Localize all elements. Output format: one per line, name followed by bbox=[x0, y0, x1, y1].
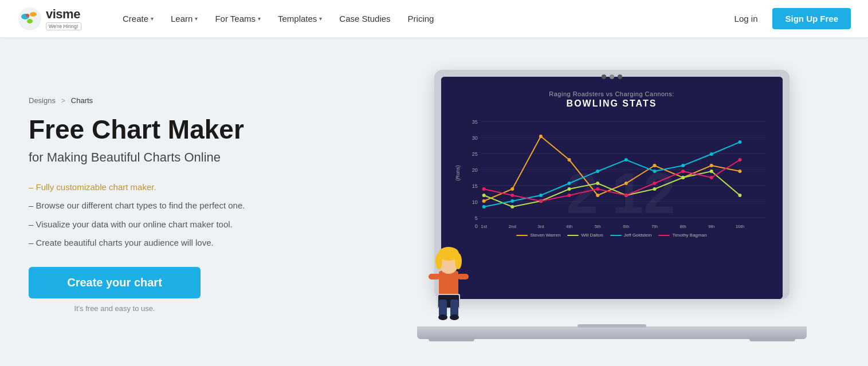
svg-text:5: 5 bbox=[474, 215, 477, 221]
hiring-badge: We're Hiring! bbox=[46, 22, 81, 30]
svg-point-4 bbox=[26, 14, 29, 17]
hero-left: Designs > Charts Free Chart Maker for Ma… bbox=[29, 96, 384, 313]
svg-point-50 bbox=[653, 187, 656, 191]
page-title: Free Chart Maker bbox=[29, 115, 384, 144]
svg-rect-81 bbox=[439, 300, 447, 317]
svg-point-54 bbox=[482, 205, 485, 208]
svg-point-72 bbox=[709, 176, 713, 179]
svg-point-3 bbox=[27, 19, 33, 23]
svg-text:10th: 10th bbox=[735, 224, 744, 229]
chevron-down-icon: ▾ bbox=[258, 15, 261, 22]
laptop-foot-left bbox=[429, 337, 474, 341]
svg-point-59 bbox=[624, 158, 627, 162]
legend-jeff: Jeff Goldstein bbox=[610, 233, 652, 238]
nav-for-teams[interactable]: For Teams ▾ bbox=[207, 10, 269, 27]
svg-point-62 bbox=[709, 152, 713, 156]
breadcrumb: Designs > Charts bbox=[29, 96, 384, 105]
feature-item: – Browse our different chart types to fi… bbox=[29, 199, 384, 212]
svg-point-83 bbox=[438, 314, 447, 320]
legend-line-1 bbox=[516, 235, 528, 236]
laptop-dots bbox=[602, 74, 622, 79]
chart-legend: Steven Warren Will Dalton Jeff Goldstein bbox=[516, 233, 706, 238]
laptop-dot-1 bbox=[602, 74, 606, 79]
breadcrumb-designs-link[interactable]: Designs bbox=[29, 96, 56, 105]
svg-text:35: 35 bbox=[472, 119, 477, 125]
legend-steven: Steven Warren bbox=[516, 233, 560, 238]
svg-point-84 bbox=[450, 314, 459, 320]
nav-pricing[interactable]: Pricing bbox=[400, 10, 442, 27]
svg-text:3rd: 3rd bbox=[537, 224, 544, 229]
svg-text:30: 30 bbox=[472, 135, 477, 141]
login-button[interactable]: Log in bbox=[729, 10, 764, 27]
breadcrumb-current: Charts bbox=[71, 96, 93, 105]
legend-label-1: Steven Warren bbox=[530, 233, 560, 238]
cta-subtext: It's free and easy to use. bbox=[29, 304, 201, 313]
signup-button[interactable]: Sign Up Free bbox=[772, 8, 851, 29]
svg-point-60 bbox=[653, 170, 656, 173]
create-chart-button[interactable]: Create your chart bbox=[29, 267, 201, 298]
svg-point-43 bbox=[738, 170, 741, 173]
chevron-down-icon: ▾ bbox=[195, 15, 198, 22]
legend-timothy: Timothy Bagman bbox=[658, 233, 706, 238]
nav-case-studies[interactable]: Case Studies bbox=[331, 10, 398, 27]
svg-point-63 bbox=[738, 140, 741, 144]
svg-rect-82 bbox=[450, 300, 458, 317]
logo-area[interactable]: visme We're Hiring! bbox=[17, 6, 97, 32]
laptop-illustration: Raging Roadsters vs Charging Cannons: BO… bbox=[417, 70, 807, 339]
svg-point-53 bbox=[738, 194, 741, 197]
feature-item: – Fully customizable chart maker. bbox=[29, 181, 384, 194]
feature-item: – Create beautiful charts your audience … bbox=[29, 237, 384, 250]
nav-right: Log in Sign Up Free bbox=[729, 8, 851, 29]
svg-point-48 bbox=[596, 182, 599, 185]
svg-point-2 bbox=[30, 12, 37, 17]
svg-point-39 bbox=[624, 182, 627, 185]
svg-point-44 bbox=[482, 194, 485, 197]
nav-templates[interactable]: Templates ▾ bbox=[270, 10, 330, 27]
svg-rect-85 bbox=[429, 274, 440, 280]
svg-point-68 bbox=[596, 187, 599, 191]
laptop-base bbox=[417, 326, 807, 339]
svg-point-55 bbox=[510, 199, 514, 203]
svg-point-51 bbox=[681, 176, 685, 179]
svg-text:6th: 6th bbox=[623, 224, 629, 229]
svg-point-66 bbox=[539, 199, 542, 203]
svg-point-47 bbox=[567, 187, 571, 191]
svg-text:20: 20 bbox=[472, 167, 477, 173]
svg-point-52 bbox=[709, 170, 713, 173]
nav-learn[interactable]: Learn ▾ bbox=[163, 10, 206, 27]
feature-list: – Fully customizable chart maker. – Brow… bbox=[29, 181, 384, 250]
nav-create[interactable]: Create ▾ bbox=[115, 10, 162, 27]
laptop-foot-right bbox=[749, 337, 795, 341]
svg-point-65 bbox=[510, 194, 514, 197]
svg-rect-86 bbox=[457, 274, 469, 280]
svg-point-69 bbox=[624, 194, 627, 197]
line-chart-svg: 2 12 35 30 bbox=[453, 116, 771, 230]
brand-name: visme bbox=[46, 7, 81, 22]
navbar: visme We're Hiring! Create ▾ Learn ▾ For… bbox=[0, 0, 868, 37]
svg-text:8th: 8th bbox=[680, 224, 686, 229]
svg-text:9th: 9th bbox=[708, 224, 714, 229]
svg-point-56 bbox=[539, 194, 542, 197]
hero-right: Raging Roadsters vs Charging Cannons: BO… bbox=[384, 67, 839, 342]
svg-point-36 bbox=[539, 135, 542, 138]
svg-point-57 bbox=[567, 182, 571, 185]
svg-point-34 bbox=[482, 199, 485, 203]
legend-line-2 bbox=[567, 235, 579, 236]
svg-point-37 bbox=[567, 158, 571, 162]
svg-point-71 bbox=[681, 170, 685, 173]
svg-text:1st: 1st bbox=[481, 224, 487, 229]
chevron-down-icon: ▾ bbox=[151, 15, 154, 22]
legend-line-3 bbox=[610, 235, 622, 236]
svg-point-40 bbox=[653, 164, 656, 167]
svg-text:2nd: 2nd bbox=[508, 224, 516, 229]
feature-item: – Visualize your data with our online ch… bbox=[29, 218, 384, 231]
svg-point-61 bbox=[681, 164, 685, 167]
legend-label-2: Will Dalton bbox=[581, 233, 603, 238]
hero-subtitle: for Making Beautiful Charts Online bbox=[29, 150, 384, 165]
svg-point-38 bbox=[596, 194, 599, 197]
svg-point-64 bbox=[482, 187, 485, 191]
svg-point-42 bbox=[709, 164, 713, 167]
visme-logo-icon bbox=[17, 6, 42, 32]
legend-will: Will Dalton bbox=[567, 233, 603, 238]
hero-section: Designs > Charts Free Chart Maker for Ma… bbox=[0, 37, 868, 366]
